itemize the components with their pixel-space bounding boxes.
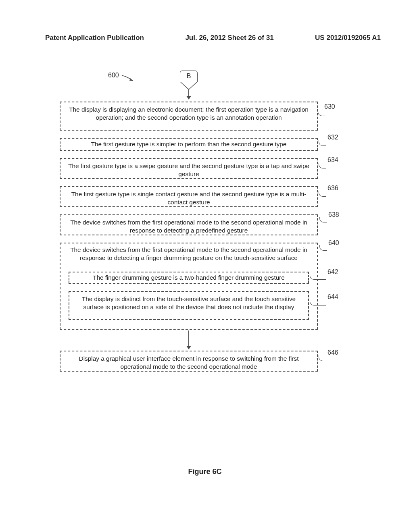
connector-b-label: B [180, 71, 198, 82]
step-box-642: The finger drumming gesture is a two-han… [69, 272, 309, 284]
ref-leader-icon [319, 355, 326, 361]
ref-num-642: 642 [327, 268, 338, 276]
ref-leader-icon [310, 300, 326, 305]
step-box-630: The display is displaying an electronic … [60, 102, 318, 131]
ref-leader-icon [319, 140, 326, 146]
ref-num-644: 644 [327, 293, 338, 301]
flow-number-leader-arrow [121, 75, 137, 83]
figure-caption: Figure 6C [60, 468, 350, 476]
step-box-636: The first gesture type is single contact… [60, 186, 318, 207]
ref-leader-icon [310, 274, 326, 280]
ref-num-636: 636 [327, 185, 338, 192]
step-box-632: The first gesture type is simpler to per… [60, 138, 318, 151]
ref-num-634: 634 [327, 156, 338, 164]
ref-leader-icon [318, 110, 325, 116]
step-box-644: The display is distinct from the touch-s… [69, 291, 309, 320]
page-header: Patent Application Publication Jul. 26, … [45, 34, 381, 42]
header-left: Patent Application Publication [45, 34, 144, 42]
step-box-634: The first gesture type is a swipe gestur… [60, 158, 318, 179]
flow-number-label: 600 [108, 72, 119, 79]
ref-leader-icon [319, 191, 326, 197]
ref-num-640: 640 [328, 239, 339, 247]
flow-arrow-down-icon [188, 89, 189, 99]
header-center: Jul. 26, 2012 Sheet 26 of 31 [185, 34, 273, 42]
ref-leader-icon [319, 245, 327, 251]
ref-num-630: 630 [324, 103, 335, 110]
header-right: US 2012/0192065 A1 [315, 34, 381, 42]
ref-leader-icon [319, 217, 327, 222]
step-box-638: The device switches from the first opera… [60, 214, 318, 235]
flow-arrow-down-icon [188, 330, 189, 349]
step-box-646: Display a graphical user interface eleme… [60, 351, 318, 372]
ref-leader-icon [319, 163, 326, 168]
ref-num-632: 632 [327, 134, 338, 141]
ref-num-646: 646 [327, 349, 338, 356]
ref-num-638: 638 [328, 211, 339, 218]
